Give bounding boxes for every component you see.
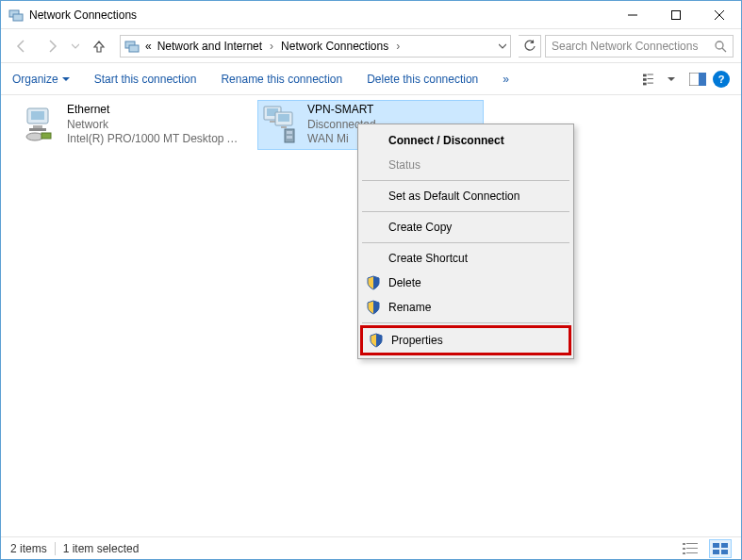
- breadcrumb-item[interactable]: Network Connections: [279, 40, 390, 53]
- refresh-button[interactable]: [519, 35, 541, 58]
- organize-menu[interactable]: Organize: [12, 73, 70, 86]
- status-bar: 2 items 1 item selected: [1, 536, 741, 559]
- help-button[interactable]: ?: [713, 71, 730, 88]
- vpn-icon: [262, 103, 300, 144]
- svg-rect-12: [643, 78, 647, 81]
- start-connection-button[interactable]: Start this connection: [94, 73, 197, 86]
- shield-icon: [369, 333, 384, 348]
- svg-rect-14: [643, 82, 647, 85]
- details-view-button[interactable]: [679, 539, 701, 558]
- breadcrumb-prefix[interactable]: «: [143, 40, 154, 53]
- svg-rect-38: [686, 552, 698, 553]
- svg-rect-26: [270, 121, 275, 123]
- svg-rect-31: [287, 131, 292, 134]
- svg-rect-36: [686, 548, 698, 549]
- address-bar[interactable]: « Network and Internet › Network Connect…: [120, 35, 511, 58]
- svg-point-8: [716, 41, 723, 49]
- connection-status: Network: [67, 118, 240, 133]
- toolbar-overflow[interactable]: »: [503, 73, 509, 86]
- ctx-create-copy[interactable]: Create Copy: [360, 215, 571, 239]
- svg-rect-13: [648, 78, 653, 79]
- command-bar: Organize Start this connection Rename th…: [1, 63, 741, 95]
- svg-rect-11: [648, 74, 653, 74]
- back-button[interactable]: [8, 33, 35, 59]
- separator: [362, 322, 569, 323]
- up-button[interactable]: [86, 33, 112, 59]
- svg-rect-7: [129, 45, 139, 52]
- content-area[interactable]: Ethernet Network Intel(R) PRO/1000 MT De…: [1, 95, 741, 538]
- svg-rect-19: [31, 111, 44, 120]
- recent-dropdown[interactable]: [69, 33, 82, 59]
- navigation-bar: « Network and Internet › Network Connect…: [1, 29, 741, 63]
- close-button[interactable]: [698, 1, 741, 29]
- address-dropdown[interactable]: [499, 42, 506, 50]
- ethernet-icon: [22, 103, 59, 144]
- svg-rect-3: [672, 10, 681, 19]
- context-menu: Connect / Disconnect Status Set as Defau…: [357, 124, 574, 359]
- rename-connection-button[interactable]: Rename this connection: [221, 73, 342, 86]
- search-icon[interactable]: [714, 40, 727, 53]
- separator: [362, 242, 569, 243]
- ctx-status: Status: [360, 153, 571, 177]
- forward-button[interactable]: [39, 33, 65, 59]
- minimize-button[interactable]: [611, 1, 654, 29]
- connection-name: Ethernet: [67, 103, 240, 118]
- search-box[interactable]: [545, 35, 734, 58]
- tiles-view-button[interactable]: [709, 539, 732, 558]
- highlighted-item: Properties: [360, 325, 571, 355]
- shield-icon: [366, 275, 381, 290]
- ctx-properties[interactable]: Properties: [363, 328, 569, 353]
- item-count: 2 items: [10, 542, 47, 555]
- chevron-right-icon[interactable]: ›: [266, 40, 277, 53]
- connection-device: Intel(R) PRO/1000 MT Desktop Ad...: [67, 132, 240, 147]
- breadcrumb-item[interactable]: Network and Internet: [156, 40, 264, 53]
- view-options-button[interactable]: [643, 70, 662, 89]
- chevron-down-icon: [62, 75, 70, 83]
- svg-rect-34: [686, 543, 698, 544]
- ctx-delete[interactable]: Delete: [360, 271, 571, 295]
- shield-icon: [366, 300, 381, 315]
- separator: [362, 180, 569, 181]
- window-title: Network Connections: [29, 8, 611, 22]
- svg-rect-41: [713, 550, 719, 554]
- chevron-right-icon[interactable]: ›: [392, 40, 404, 53]
- divider: [55, 542, 56, 555]
- app-icon: [8, 8, 24, 23]
- maximize-button[interactable]: [654, 1, 698, 29]
- svg-rect-37: [683, 552, 685, 554]
- svg-rect-10: [643, 74, 647, 76]
- chevron-down-icon[interactable]: [668, 75, 675, 83]
- ctx-set-default[interactable]: Set as Default Connection: [360, 184, 571, 208]
- ctx-create-shortcut[interactable]: Create Shortcut: [360, 246, 571, 271]
- svg-rect-32: [287, 136, 292, 139]
- delete-connection-button[interactable]: Delete this connection: [367, 73, 478, 86]
- svg-rect-29: [281, 126, 287, 128]
- svg-rect-39: [713, 543, 719, 548]
- svg-point-22: [26, 133, 43, 140]
- svg-rect-28: [278, 114, 289, 122]
- svg-rect-15: [648, 82, 653, 83]
- svg-rect-33: [683, 543, 685, 545]
- selection-count: 1 item selected: [63, 542, 140, 555]
- svg-rect-35: [683, 548, 685, 550]
- svg-line-9: [722, 48, 726, 52]
- svg-rect-40: [721, 543, 728, 548]
- search-input[interactable]: [552, 40, 714, 53]
- connection-item-ethernet[interactable]: Ethernet Network Intel(R) PRO/1000 MT De…: [18, 101, 244, 149]
- svg-rect-42: [721, 550, 728, 554]
- preview-pane-button[interactable]: [688, 70, 707, 89]
- svg-rect-1: [13, 14, 23, 21]
- location-icon: [124, 39, 140, 54]
- svg-rect-23: [41, 133, 51, 139]
- title-bar: Network Connections: [1, 1, 741, 29]
- ctx-rename[interactable]: Rename: [360, 295, 571, 320]
- ctx-connect-disconnect[interactable]: Connect / Disconnect: [360, 128, 571, 153]
- connection-name: VPN-SMART: [307, 103, 376, 118]
- svg-rect-20: [33, 125, 42, 128]
- svg-rect-21: [29, 128, 46, 131]
- svg-rect-17: [699, 73, 706, 86]
- separator: [362, 211, 569, 212]
